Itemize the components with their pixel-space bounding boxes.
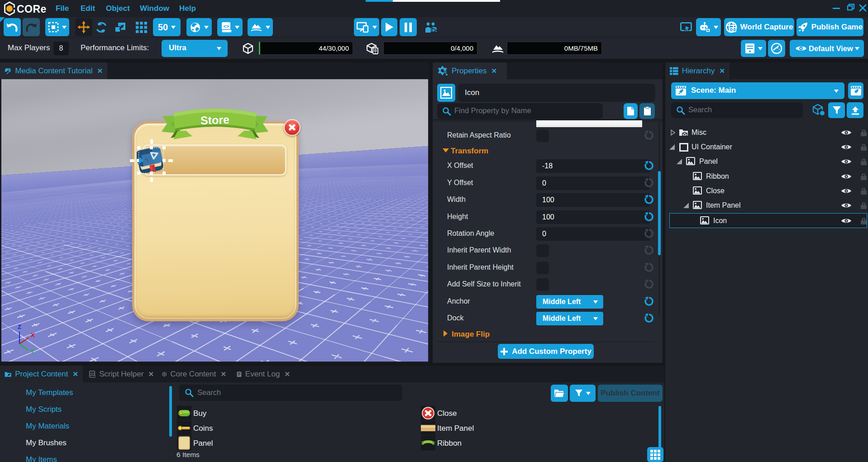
- svg-text:<>: <>: [223, 24, 229, 29]
- svg-text:Z: Z: [18, 324, 21, 330]
- svg-text:Y: Y: [30, 348, 34, 355]
- svg-text:Store: Store: [200, 113, 230, 127]
- svg-text:CORe: CORe: [17, 3, 47, 15]
- svg-text:<>: <>: [91, 372, 94, 375]
- svg-text:X: X: [31, 332, 35, 338]
